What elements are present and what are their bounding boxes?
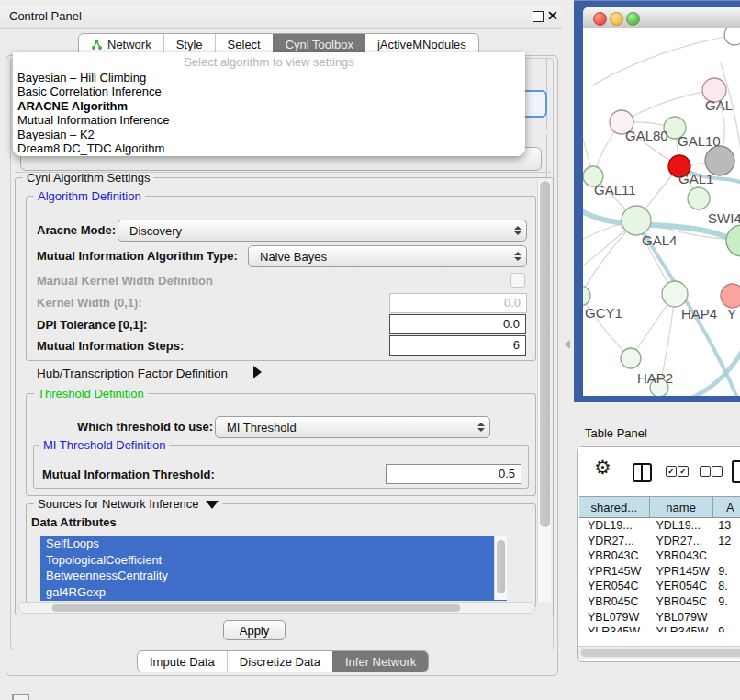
- table-row[interactable]: YBR045CYBR045C9.: [579, 594, 740, 610]
- mi-type-combobox[interactable]: Naive Bayes: [248, 245, 527, 267]
- table-row[interactable]: YBR043CYBR043C: [579, 548, 740, 564]
- table-cell: YDR27...: [579, 534, 648, 549]
- network-node[interactable]: [688, 187, 710, 209]
- table-cell: [711, 610, 740, 626]
- network-node[interactable]: [583, 286, 590, 306]
- tab-discretize-data[interactable]: Discretize Data: [227, 651, 332, 672]
- apply-button[interactable]: Apply: [223, 620, 286, 640]
- column-header[interactable]: A: [713, 497, 740, 517]
- mi-steps-label: Mutual Information Steps:: [37, 339, 184, 353]
- zoom-traffic-light-icon[interactable]: [626, 12, 640, 26]
- table-cell: YBR045C: [648, 594, 711, 610]
- algorithm-option[interactable]: Basic Correlation Inference: [13, 85, 525, 98]
- table-panel-title: Table Panel: [585, 426, 647, 440]
- settings-horizontal-scrollbar[interactable]: [18, 602, 535, 614]
- minimized-panel-chip[interactable]: [12, 694, 29, 700]
- attribute-list-item[interactable]: gal4RGexp: [40, 584, 507, 601]
- table-cell: 8.: [711, 579, 740, 594]
- column-header[interactable]: shared...: [579, 497, 650, 517]
- algorithm-option[interactable]: Mutual Information Inference: [13, 113, 525, 127]
- checked-checkbox-icon[interactable]: ✓: [678, 466, 689, 477]
- table-toolbar: ⚙ ✓ ✓: [578, 447, 740, 495]
- which-threshold-value: MI Threshold: [216, 421, 473, 435]
- table-cell: YDR27...: [648, 534, 711, 549]
- table-row[interactable]: YER054CYER054C8.: [579, 579, 740, 594]
- gear-icon[interactable]: ⚙: [594, 457, 611, 479]
- table-cell: 9.: [711, 594, 740, 610]
- table-row[interactable]: YDR27...YDR27...12: [579, 534, 740, 549]
- collapse-down-icon[interactable]: [206, 501, 219, 509]
- attributes-scrollbar[interactable]: [494, 536, 507, 600]
- manual-kernel-checkbox[interactable]: [510, 273, 525, 288]
- which-threshold-combobox[interactable]: MI Threshold: [215, 416, 490, 438]
- table-horizontal-scrollbar[interactable]: [578, 646, 740, 659]
- unchecked-checkbox-icon[interactable]: [712, 466, 723, 477]
- dpi-tolerance-input[interactable]: 0.0: [389, 314, 526, 334]
- close-traffic-light-icon[interactable]: [593, 12, 607, 26]
- tab-label: Impute Data: [150, 655, 215, 669]
- unchecked-checkbox-icon[interactable]: [700, 466, 711, 477]
- node-label: GAL10: [678, 133, 721, 149]
- sources-title-text: Sources for Network Inference: [38, 497, 199, 511]
- node-label: GAL: [705, 97, 733, 113]
- settings-group-title: Cyni Algorithm Settings: [23, 171, 153, 185]
- algorithm-list: Bayesian – Hill ClimbingBasic Correlatio…: [13, 71, 525, 155]
- tab-label: Network: [107, 38, 151, 51]
- network-node[interactable]: [622, 206, 651, 235]
- splitter-collapse-icon[interactable]: [565, 340, 570, 349]
- aracne-mode-combobox[interactable]: Discovery: [118, 220, 527, 242]
- tab-label: Discretize Data: [240, 655, 320, 669]
- attribute-list-item[interactable]: TopologicalCoefficient: [40, 552, 507, 569]
- table-cell: YBR043C: [579, 548, 648, 564]
- table-cell: YBR043C: [648, 548, 711, 564]
- attribute-list-item[interactable]: SelfLoops: [40, 536, 507, 552]
- network-node[interactable]: [721, 284, 740, 308]
- algorithm-option[interactable]: ARACNE Algorithm: [13, 99, 525, 113]
- aracne-mode-label: Aracne Mode:: [37, 223, 116, 237]
- expand-right-icon[interactable]: [253, 366, 262, 378]
- network-node[interactable]: [724, 28, 740, 45]
- network-node[interactable]: [726, 225, 740, 256]
- table-cell: YBL079W: [648, 610, 711, 626]
- network-window-titlebar[interactable]: [583, 7, 740, 29]
- table-cell: 13: [711, 518, 740, 534]
- mi-type-value: Naive Bayes: [249, 250, 510, 264]
- table-row[interactable]: YDL19...YDL19...13: [579, 518, 740, 534]
- mi-threshold-input[interactable]: 0.5: [386, 464, 521, 484]
- table-cell: 9.: [711, 564, 740, 580]
- mi-steps-input[interactable]: 6: [389, 335, 526, 356]
- network-canvas[interactable]: GALGAL80GAL10GAL1GAL11GAL4SWI4GCY1HAP4YH…: [583, 28, 740, 396]
- attribute-list-item[interactable]: BetweennessCentrality: [40, 568, 507, 584]
- node-table: shared...nameA YDL19...YDL19...13YDR27..…: [579, 496, 740, 632]
- hidden-groupbox-bottom: [15, 172, 551, 173]
- float-window-icon[interactable]: [533, 11, 544, 22]
- table-header-row: shared...nameA: [579, 496, 740, 518]
- algorithm-option[interactable]: Bayesian – K2: [13, 128, 525, 141]
- network-node[interactable]: [662, 281, 688, 307]
- algorithm-option[interactable]: Dream8 DC_TDC Algorithm: [13, 141, 525, 155]
- table-row[interactable]: YBL079WYBL079W: [579, 610, 740, 626]
- minimize-traffic-light-icon[interactable]: [610, 12, 623, 26]
- combo-arrows-icon: [473, 423, 489, 432]
- table-cell: YLR345W: [579, 625, 648, 632]
- tab-impute-data[interactable]: Impute Data: [138, 651, 227, 672]
- network-node[interactable]: [621, 348, 641, 368]
- table-row[interactable]: YPR145WYPR145W9.: [579, 564, 740, 580]
- checked-checkbox-icon[interactable]: ✓: [666, 466, 677, 477]
- which-threshold-label: Which threshold to use:: [77, 420, 213, 434]
- table-cell: YLR345W: [648, 625, 711, 632]
- settings-vertical-scrollbar[interactable]: [537, 180, 551, 602]
- network-edge[interactable]: [622, 90, 714, 122]
- split-columns-icon[interactable]: [633, 463, 652, 482]
- table-cell: YER054C: [648, 579, 711, 594]
- algorithm-option[interactable]: Bayesian – Hill Climbing: [13, 71, 525, 85]
- hub-definition-label[interactable]: Hub/Transcription Factor Definition: [37, 367, 228, 380]
- data-attributes-list[interactable]: SelfLoopsTopologicalCoefficientBetweenne…: [40, 536, 507, 601]
- new-table-icon[interactable]: [732, 460, 740, 483]
- table-row[interactable]: YLR345WYLR345W9.: [579, 625, 740, 632]
- threshold-definition-title: Threshold Definition: [34, 387, 148, 401]
- tab-infer-network[interactable]: Infer Network: [332, 651, 428, 672]
- close-icon[interactable]: ✕: [547, 8, 558, 23]
- column-header[interactable]: name: [650, 497, 713, 517]
- combo-arrows-icon: [510, 252, 526, 261]
